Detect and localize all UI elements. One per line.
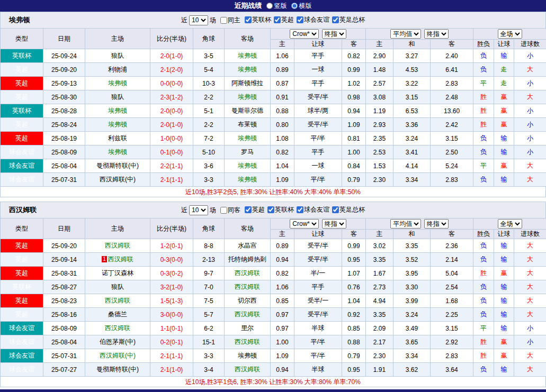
- euro-home-odds-cell: 3.35: [366, 253, 393, 267]
- near-label: 近: [181, 206, 187, 215]
- euro-home-odds-cell: 2.30: [366, 349, 393, 363]
- league-checkbox[interactable]: [274, 16, 281, 23]
- table-row: 英超25-08-23西汉姆联1-5(1-3)7-5切尔西0.85受半/一1.04…: [1, 294, 546, 308]
- home-team-cell: 西汉姆联(中): [85, 173, 150, 187]
- euro-draw-odds-cell: 6.53: [393, 104, 431, 118]
- handicap-line-cell: 平/半: [294, 335, 342, 349]
- asian-home-odds-cell: 0.87: [271, 77, 294, 90]
- same-venue-checkbox[interactable]: [220, 207, 227, 214]
- handicap-line-cell: 球半/两: [294, 104, 342, 118]
- away-team-cell: 水晶宫: [225, 239, 271, 253]
- league-checkbox[interactable]: [332, 206, 339, 213]
- euro-away-odds-cell: 2.36: [431, 239, 473, 253]
- col-type: 类型: [1, 29, 43, 49]
- league-label: 英超: [252, 205, 265, 214]
- euro-home-odds-cell: 2.09: [366, 322, 393, 335]
- league-filter[interactable]: 英联杯: [242, 15, 271, 24]
- asian-away-odds-cell: 0.95: [342, 363, 366, 377]
- match-count-select[interactable]: 10: [189, 205, 208, 215]
- final-odds-select-2[interactable]: 终指: [424, 29, 449, 39]
- fulltime-select[interactable]: 全场: [498, 219, 522, 229]
- euro-home-odds-cell: 2.57: [366, 77, 393, 90]
- result-wdl-cell: 平: [473, 77, 494, 90]
- league-filter[interactable]: 英联杯: [265, 205, 294, 214]
- league-checkbox[interactable]: [297, 16, 303, 23]
- footer-bar: [0, 389, 546, 392]
- sections-container: 埃弗顿 近 10 场 同主 英联杯英超球会友谊英足总杯 类型: [0, 12, 546, 387]
- bookmaker-select[interactable]: Crow*: [290, 219, 319, 229]
- league-type-cell: 英超: [1, 132, 43, 145]
- result-wdl-cell: 负: [473, 63, 494, 77]
- subcol-label: 主: [271, 230, 294, 239]
- corner-cell: 2-2: [193, 118, 225, 132]
- bookmaker-select[interactable]: Crow*: [290, 29, 319, 39]
- horizontal-layout-radio[interactable]: [291, 3, 298, 9]
- average-select[interactable]: 平均值: [390, 219, 421, 229]
- league-checkbox[interactable]: [267, 206, 274, 213]
- same-venue-filter[interactable]: 同主: [218, 16, 240, 25]
- layout-option-horizontal[interactable]: 横版: [291, 2, 312, 11]
- league-type-cell: 英超: [1, 77, 43, 90]
- same-venue-filter[interactable]: 同客: [218, 206, 240, 215]
- score-cell: 2-1(1-1): [150, 349, 193, 363]
- league-filters: 英超英联杯球会友谊英足总杯: [242, 205, 365, 215]
- handicap-line-cell: 一球: [294, 159, 342, 173]
- layout-option-vertical[interactable]: 竖版: [266, 2, 287, 11]
- final-odds-select-2[interactable]: 终指: [424, 219, 449, 229]
- league-label: 英超: [281, 15, 294, 24]
- table-row: 球会友谊25-08-04伯恩茅斯(中)0-2(0-1)15-1西汉姆联1.00平…: [1, 335, 546, 349]
- result-goals-cell: 大: [514, 308, 546, 322]
- league-checkbox[interactable]: [297, 206, 303, 213]
- result-goals-cell: 小: [514, 145, 546, 159]
- league-filter[interactable]: 英足总杯: [329, 205, 365, 214]
- asian-odds-header: Crow* 终指: [271, 218, 366, 230]
- league-checkbox[interactable]: [245, 206, 252, 213]
- league-filter[interactable]: 球会友谊: [294, 15, 329, 24]
- red-card-badge: 1: [102, 256, 107, 262]
- result-wdl-cell: 负: [473, 239, 494, 253]
- same-venue-label: 同客: [228, 206, 240, 215]
- final-odds-select-1[interactable]: 终指: [322, 219, 346, 229]
- subcol-label: 进球数: [514, 230, 546, 239]
- result-wdl-cell: 负: [473, 173, 494, 187]
- vertical-layout-radio[interactable]: [266, 3, 273, 9]
- final-odds-select-1[interactable]: 终指: [322, 29, 346, 39]
- euro-odds-header: 平均值 终指: [366, 29, 473, 40]
- league-checkbox[interactable]: [332, 16, 339, 23]
- section-header: 埃弗顿 近 10 场 同主 英联杯英超球会友谊英足总杯: [0, 12, 546, 28]
- date-cell: 25-08-23: [43, 294, 85, 308]
- league-filter[interactable]: 球会友谊: [294, 205, 329, 214]
- away-team-name: 埃弗顿: [238, 176, 257, 183]
- away-team-cell: 埃弗顿: [225, 159, 271, 173]
- same-venue-checkbox[interactable]: [220, 17, 227, 24]
- team-name: 西汉姆联: [9, 205, 37, 215]
- home-team-name: 埃弗顿: [108, 121, 127, 128]
- match-count-select[interactable]: 10: [189, 15, 208, 25]
- league-checkbox[interactable]: [245, 16, 252, 23]
- date-cell: 25-07-27: [43, 363, 85, 377]
- home-team-cell: 曼彻斯特联(中): [85, 159, 150, 173]
- result-wdl-cell: 胜: [473, 90, 494, 104]
- league-filter[interactable]: 英超: [271, 15, 294, 24]
- league-filter[interactable]: 英足总杯: [329, 15, 365, 24]
- asian-away-odds-cell: 0.95: [342, 253, 366, 267]
- results-table: 类型 日期 主场 比分(半场) 角球 客场 Crow* 终指 平均值 终指: [0, 218, 546, 377]
- average-select[interactable]: 平均值: [390, 29, 421, 39]
- fulltime-select[interactable]: 全场: [498, 29, 522, 39]
- league-type-cell: 英超: [1, 253, 43, 267]
- away-team-cell: 埃弗顿: [225, 173, 271, 187]
- away-team-name: 埃弗顿: [238, 162, 257, 169]
- home-team-cell: 1西汉姆联: [85, 253, 150, 267]
- handicap-line-cell: 平手: [294, 280, 342, 294]
- league-label: 英足总杯: [339, 15, 365, 24]
- date-cell: 25-09-13: [43, 77, 85, 90]
- subcol-label: 主: [366, 40, 393, 49]
- subcol-label: 让球: [494, 40, 514, 49]
- corner-cell: 7-0: [193, 280, 225, 294]
- home-team-cell: 西汉姆联: [85, 322, 150, 335]
- away-team-cell: 西汉姆联: [225, 363, 271, 377]
- result-handicap-cell: 赢: [494, 335, 514, 349]
- league-filter[interactable]: 英超: [242, 205, 265, 214]
- euro-draw-odds-cell: 3.34: [393, 173, 431, 187]
- corner-cell: 9-7: [193, 267, 225, 280]
